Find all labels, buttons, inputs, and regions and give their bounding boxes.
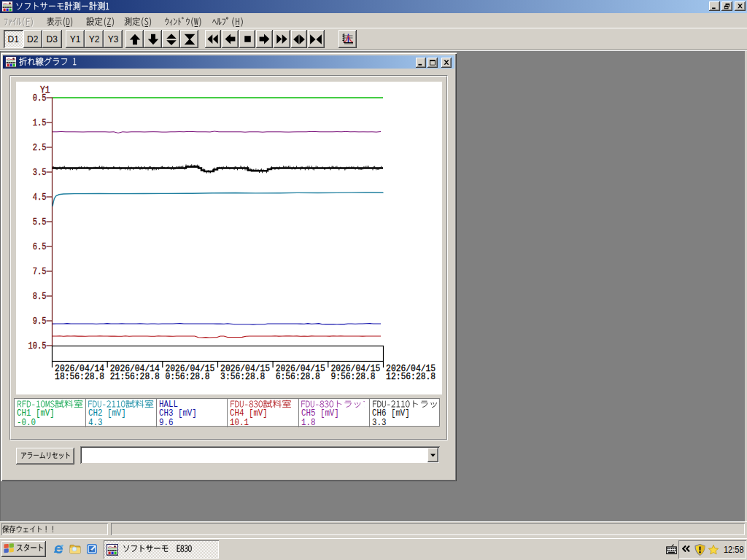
svg-text:9:56:28.8: 9:56:28.8 xyxy=(330,371,375,382)
svg-text:9.5: 9.5 xyxy=(33,316,47,327)
svg-text:6:56:28.8: 6:56:28.8 xyxy=(276,371,320,382)
svg-text:Y1: Y1 xyxy=(40,85,50,96)
svg-text:1.5: 1.5 xyxy=(33,117,47,128)
svg-text:3:56:28.8: 3:56:28.8 xyxy=(220,371,265,382)
svg-text:3.5: 3.5 xyxy=(33,167,47,178)
svg-text:0:56:28.8: 0:56:28.8 xyxy=(165,371,209,382)
svg-text:10.5: 10.5 xyxy=(28,341,47,351)
svg-text:7.5: 7.5 xyxy=(33,266,47,277)
svg-text:8.5: 8.5 xyxy=(33,291,47,302)
svg-text:2.5: 2.5 xyxy=(33,142,47,153)
svg-text:18:56:28.8: 18:56:28.8 xyxy=(55,371,104,382)
svg-text:21:56:28.8: 21:56:28.8 xyxy=(110,371,160,382)
svg-text:12:56:28.8: 12:56:28.8 xyxy=(386,371,436,382)
svg-text:4.5: 4.5 xyxy=(33,192,47,203)
svg-text:6.5: 6.5 xyxy=(33,241,47,252)
svg-text:5.5: 5.5 xyxy=(33,217,47,228)
